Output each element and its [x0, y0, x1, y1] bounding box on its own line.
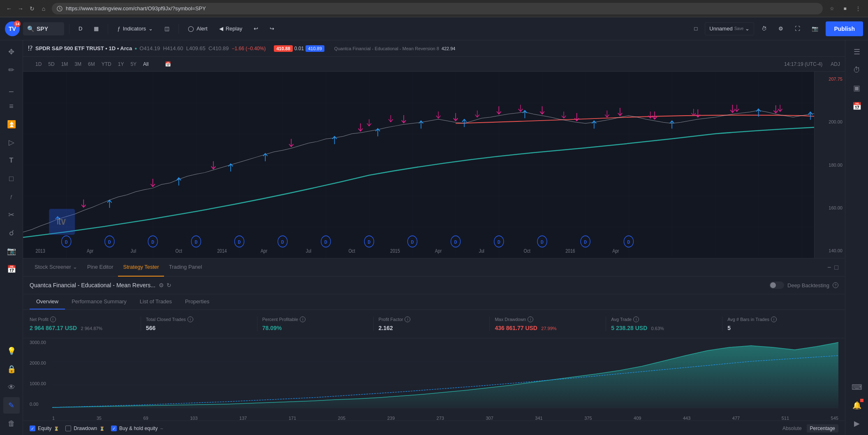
- chart-canvas[interactable]: D D D D D D D D D: [23, 72, 845, 258]
- price-scale: 207.75 200.00 180.00 160.00 140.00: [814, 72, 845, 258]
- tab-trading-panel[interactable]: Trading Panel: [164, 258, 207, 277]
- symbol-search[interactable]: 🔍 SPY: [23, 22, 64, 35]
- interval-5y[interactable]: 5Y: [128, 60, 139, 68]
- hotkeys-icon[interactable]: ⌨: [849, 379, 865, 395]
- net-profit-info[interactable]: i: [50, 316, 56, 322]
- extensions-button[interactable]: ■: [840, 4, 850, 14]
- drawdown-control[interactable]: Drawdown ⏳: [65, 426, 104, 431]
- maximize-panel-button[interactable]: □: [834, 264, 838, 271]
- buy-hold-checkbox[interactable]: [111, 426, 117, 431]
- interval-ytd[interactable]: YTD: [99, 60, 114, 68]
- trend-line-tool[interactable]: ⎯: [3, 80, 20, 96]
- absolute-button[interactable]: Absolute: [779, 424, 805, 433]
- pattern-tool[interactable]: ƒ: [3, 188, 20, 205]
- overview-tab-overview[interactable]: Overview: [30, 294, 65, 309]
- watchlist-icon[interactable]: ☰: [849, 44, 865, 60]
- calendar-range-button[interactable]: 📅: [162, 60, 174, 68]
- forward-button[interactable]: →: [16, 5, 25, 13]
- alert-button[interactable]: ◯ Alert: [184, 22, 212, 35]
- strategy-refresh-button[interactable]: ↻: [167, 282, 171, 288]
- screenshot-button[interactable]: 📷: [808, 22, 822, 35]
- overview-tab-properties[interactable]: Properties: [178, 294, 216, 309]
- measure-tool[interactable]: ▷: [3, 134, 20, 151]
- deep-backtesting-info[interactable]: ?: [833, 282, 838, 288]
- star-button[interactable]: ☆: [827, 4, 837, 14]
- chart-type-button[interactable]: ▦: [90, 22, 103, 35]
- redo-button[interactable]: ↪: [266, 22, 278, 35]
- overview-tab-performance[interactable]: Performance Summary: [65, 294, 133, 309]
- forecast-tool[interactable]: ✂: [3, 207, 20, 223]
- zoom-tool[interactable]: ☌: [3, 225, 20, 241]
- interval-5d[interactable]: 5D: [46, 60, 57, 68]
- address-bar[interactable]: https://www.tradingview.com/chart/O93pf9…: [52, 3, 823, 14]
- strategy-settings-button[interactable]: ⚙: [159, 282, 164, 288]
- text-tool[interactable]: T: [3, 152, 20, 169]
- max-drawdown-sub: 27.99%: [541, 326, 556, 331]
- svg-text:D: D: [411, 240, 414, 244]
- home-button[interactable]: ⌂: [39, 5, 48, 13]
- cursor-tool[interactable]: ✥: [3, 44, 20, 60]
- interval-3m[interactable]: 3M: [72, 60, 84, 68]
- tradingview-watermark: ⁉: [28, 44, 33, 52]
- lock-icon[interactable]: 🔒: [3, 361, 20, 377]
- overview-tab-trades[interactable]: List of Trades: [133, 294, 178, 309]
- profit-factor-info[interactable]: i: [405, 316, 410, 322]
- drawdown-checkbox[interactable]: [65, 426, 71, 431]
- percentage-button[interactable]: Percentage: [807, 424, 838, 433]
- drawing-active-icon[interactable]: ✎: [3, 397, 20, 414]
- timeframe-button[interactable]: D: [74, 22, 86, 35]
- tab-strategy-tester[interactable]: Strategy Tester: [118, 258, 164, 277]
- chart-type-icon: ▦: [94, 26, 99, 32]
- notifications-icon[interactable]: 🔔: [849, 397, 865, 414]
- settings-button[interactable]: ⚙: [774, 22, 787, 35]
- main-layout: ✥ ✏ ⎯ ≡ ⏫ ▷ T □ ƒ ✂ ☌ 📷 📅 💡 🔒 👁 ✎ 🗑 ⁉ SP…: [0, 40, 868, 435]
- menu-button[interactable]: ⋮: [853, 4, 863, 14]
- calendar-sidebar-icon[interactable]: 📅: [849, 98, 865, 114]
- tv-logo[interactable]: TV 14: [5, 21, 20, 36]
- percent-profitable-info[interactable]: i: [300, 316, 306, 322]
- shape-tool[interactable]: □: [3, 170, 20, 187]
- deep-backtesting-toggle[interactable]: [769, 281, 784, 289]
- tab-pine-editor[interactable]: Pine Editor: [82, 258, 118, 277]
- tab-stock-screener[interactable]: Stock Screener ⌄: [30, 258, 82, 277]
- interval-1m[interactable]: 1M: [59, 60, 71, 68]
- horizontal-line-tool[interactable]: ≡: [3, 98, 20, 114]
- avg-trade-info[interactable]: i: [633, 316, 639, 322]
- eye-icon[interactable]: 👁: [3, 379, 20, 395]
- indicators-label: Indicators: [123, 26, 146, 32]
- adj-button[interactable]: ADJ: [831, 61, 840, 67]
- trash-icon[interactable]: 🗑: [3, 415, 20, 432]
- crosshair-tool[interactable]: ✏: [3, 62, 20, 78]
- refresh-button[interactable]: ↻: [28, 5, 36, 13]
- interval-1y[interactable]: 1Y: [116, 60, 127, 68]
- chart-name-button[interactable]: Unnamed Save ⌄: [705, 22, 754, 35]
- buy-hold-control[interactable]: Buy & hold equity ∼: [111, 426, 163, 431]
- svg-text:Jul: Jul: [479, 249, 484, 254]
- data-window-icon[interactable]: ▣: [849, 80, 865, 96]
- calendar-tool[interactable]: 📅: [3, 261, 20, 277]
- fullscreen-button[interactable]: ⛶: [791, 22, 804, 35]
- indicators-button[interactable]: ƒ Indicators ⌄: [113, 22, 157, 35]
- magnet-tool[interactable]: 📷: [3, 243, 20, 259]
- interval-6m[interactable]: 6M: [86, 60, 97, 68]
- interval-1d[interactable]: 1D: [33, 60, 44, 68]
- interval-all[interactable]: All: [141, 60, 151, 68]
- equity-control[interactable]: Equity ⏳: [30, 426, 59, 431]
- fib-tool[interactable]: ⏫: [3, 116, 20, 133]
- max-drawdown-info[interactable]: i: [528, 316, 533, 322]
- alerts-topbar-button[interactable]: ⏱: [757, 22, 771, 35]
- undo-button[interactable]: ↩: [250, 22, 262, 35]
- templates-button[interactable]: ◫: [160, 22, 174, 35]
- avg-bars-info[interactable]: i: [771, 316, 777, 322]
- layout-button[interactable]: □: [690, 22, 701, 35]
- idea-icon[interactable]: 💡: [3, 343, 20, 359]
- y-label-3000: 3000.00: [30, 340, 52, 345]
- publish-button[interactable]: Publish: [826, 21, 863, 36]
- alerts-sidebar-icon[interactable]: ⏱: [849, 62, 865, 78]
- minimize-panel-button[interactable]: −: [827, 264, 831, 271]
- back-button[interactable]: ←: [5, 5, 13, 13]
- replay-button[interactable]: ◀ Replay: [215, 22, 246, 35]
- total-trades-info[interactable]: i: [187, 316, 193, 322]
- equity-checkbox[interactable]: [30, 426, 35, 431]
- play-icon[interactable]: ▶: [849, 415, 865, 432]
